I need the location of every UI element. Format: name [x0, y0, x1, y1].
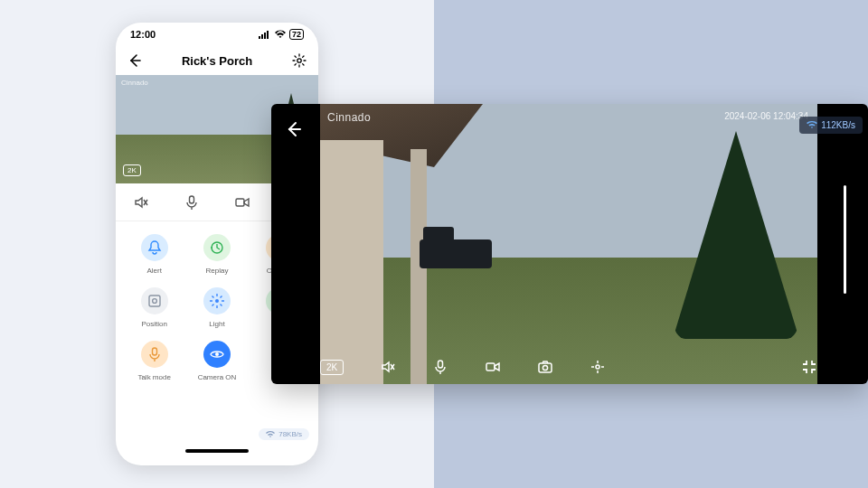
svg-point-21 [543, 365, 548, 370]
back-arrow-icon [284, 120, 302, 138]
cellular-icon [259, 30, 271, 39]
spark-icon [203, 287, 231, 314]
bitrate-overlay: 112KB/s [799, 117, 863, 134]
mic-icon [141, 341, 168, 368]
video-icon [234, 194, 250, 211]
mute-button-landscape[interactable] [380, 359, 396, 375]
svg-rect-16 [152, 348, 156, 355]
svg-rect-6 [236, 199, 244, 206]
exit-fullscreen-button[interactable] [801, 359, 817, 375]
video-icon [485, 359, 501, 375]
home-indicator[interactable] [185, 449, 249, 453]
app-header: Rick's Porch [116, 46, 318, 75]
mic-icon [184, 194, 200, 211]
wifi-icon [274, 30, 287, 39]
grid-label: Light [209, 320, 224, 328]
record-button[interactable] [232, 192, 252, 212]
grid-item-camera-on[interactable]: Camera ON [185, 341, 248, 381]
grid-item-replay[interactable]: Replay [185, 234, 248, 275]
grid-item-light[interactable]: Light [185, 287, 248, 328]
svg-point-13 [152, 299, 156, 304]
svg-rect-12 [149, 296, 160, 306]
back-button[interactable] [127, 52, 143, 69]
svg-rect-5 [190, 196, 194, 203]
fullscreen-exit-icon [801, 359, 817, 375]
svg-point-17 [215, 352, 219, 356]
camera-title: Rick's Porch [182, 54, 252, 68]
brand-watermark: Cinnado [121, 79, 148, 87]
grid-item-position[interactable]: Position [123, 287, 185, 328]
grid-item-talk-mode[interactable]: Talk mode [123, 341, 185, 381]
record-button-landscape[interactable] [485, 359, 501, 375]
target-icon [590, 359, 606, 375]
back-button-landscape[interactable] [284, 120, 302, 142]
scene-truck [420, 239, 492, 268]
brand-watermark-landscape: Cinnado [327, 111, 371, 124]
svg-rect-19 [486, 363, 495, 371]
svg-point-22 [596, 365, 599, 369]
mic-icon [432, 359, 448, 375]
history-icon [203, 234, 231, 261]
position-button-landscape[interactable] [590, 359, 606, 375]
svg-rect-0 [259, 36, 260, 39]
timestamp-overlay: 2024-02-06 12:04:34 [724, 111, 808, 121]
right-background: Cinnado 2024-02-06 12:04:34 112KB/s 2K [434, 0, 868, 488]
gear-icon [292, 53, 307, 68]
wifi-icon [807, 121, 817, 129]
battery-icon: 72 [289, 29, 304, 40]
bitrate-value: 78KB/s [278, 430, 302, 438]
status-time: 12:00 [130, 29, 156, 40]
mic-button-landscape[interactable] [432, 359, 448, 375]
grid-label: Replay [206, 267, 229, 275]
speaker-mute-icon [133, 194, 149, 211]
target-icon [141, 287, 168, 314]
svg-rect-18 [439, 361, 443, 368]
eye-icon [203, 341, 231, 368]
resolution-badge[interactable]: 2K [123, 164, 141, 176]
mic-button[interactable] [182, 192, 202, 212]
camera-icon [537, 359, 553, 375]
side-scroll-indicator[interactable] [844, 185, 846, 294]
scene-wall [320, 140, 383, 384]
svg-point-4 [297, 59, 301, 62]
svg-rect-2 [264, 33, 266, 39]
status-bar: 12:00 72 [116, 23, 318, 46]
mute-button[interactable] [131, 192, 151, 212]
resolution-button-landscape[interactable]: 2K [320, 360, 344, 375]
svg-rect-3 [267, 31, 269, 39]
status-indicators: 72 [259, 29, 304, 40]
wifi-icon [266, 431, 275, 438]
landscape-viewer: Cinnado 2024-02-06 12:04:34 112KB/s 2K [271, 104, 868, 384]
grid-label: Camera ON [198, 373, 237, 381]
bitrate-pill: 78KB/s [259, 428, 309, 440]
svg-rect-20 [539, 363, 552, 372]
svg-point-14 [215, 299, 219, 303]
grid-label: Alert [146, 267, 161, 275]
landscape-controls: 2K [320, 359, 817, 375]
bell-icon [141, 234, 168, 261]
phone-footer: 78KB/s [116, 421, 318, 465]
scene-tree [673, 131, 799, 339]
grid-item-alert[interactable]: Alert [123, 234, 185, 275]
svg-rect-1 [261, 34, 263, 39]
grid-label: Talk mode [137, 373, 170, 381]
bitrate-value-landscape: 112KB/s [821, 120, 855, 130]
settings-button[interactable] [291, 52, 307, 69]
snapshot-button-landscape[interactable] [537, 359, 553, 375]
speaker-mute-icon [380, 359, 396, 375]
grid-label: Position [141, 320, 166, 328]
live-video-landscape[interactable] [320, 104, 817, 384]
